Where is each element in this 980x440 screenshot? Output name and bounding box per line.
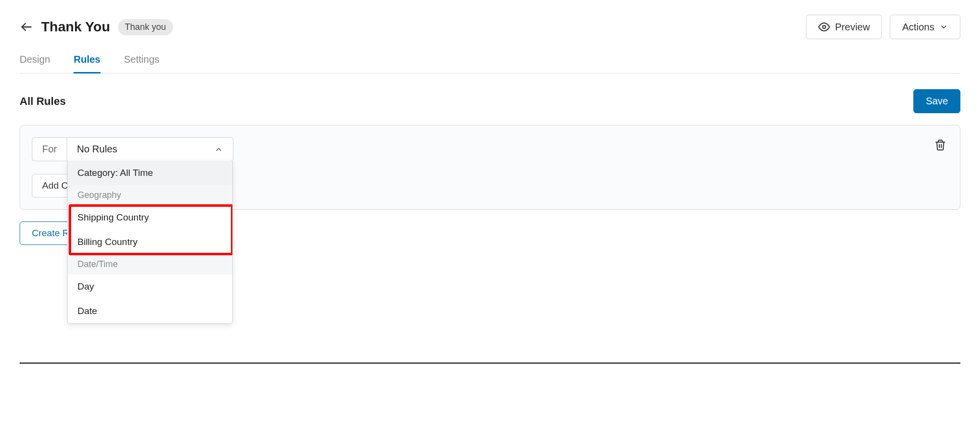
for-group: For No Rules Category: All Time Geograph…: [32, 137, 233, 161]
rule-top-row: For No Rules Category: All Time Geograph…: [32, 137, 948, 161]
eye-icon: [818, 21, 830, 33]
page-type-badge: Thank you: [118, 19, 173, 35]
dropdown-item-date[interactable]: Date: [68, 299, 232, 323]
header-left: Thank You Thank you: [20, 19, 173, 35]
dropdown-panel: Category: All Time Geography Shipping Co…: [67, 161, 233, 324]
for-label: For: [32, 137, 67, 161]
page-title: Thank You: [41, 19, 110, 35]
back-button[interactable]: [20, 20, 33, 34]
arrow-left-icon: [20, 20, 33, 34]
dropdown-item-day[interactable]: Day: [68, 274, 232, 299]
delete-rule-button[interactable]: [932, 137, 948, 155]
actions-label: Actions: [902, 22, 934, 33]
tab-bar: Design Rules Settings: [20, 54, 960, 73]
section-title: All Rules: [20, 95, 66, 108]
page-header: Thank You Thank you Preview Actions: [20, 15, 960, 39]
dropdown-item-shipping-country[interactable]: Shipping Country: [68, 205, 232, 230]
actions-button[interactable]: Actions: [890, 15, 960, 39]
save-button[interactable]: Save: [913, 89, 960, 113]
dropdown-group-datetime: Date/Time: [68, 254, 232, 274]
preview-button[interactable]: Preview: [806, 15, 882, 39]
select-display[interactable]: No Rules: [67, 138, 233, 161]
bottom-divider: [20, 363, 960, 364]
rule-card: For No Rules Category: All Time Geograph…: [20, 125, 960, 210]
select-value: No Rules: [77, 144, 117, 155]
chevron-down-icon: [939, 23, 948, 31]
tab-settings[interactable]: Settings: [124, 54, 159, 73]
dropdown-group-geography: Geography: [68, 185, 232, 205]
rule-type-select[interactable]: No Rules Category: All Time Geography Sh…: [67, 137, 233, 161]
dropdown-item-category-all-time[interactable]: Category: All Time: [68, 161, 232, 185]
tab-rules[interactable]: Rules: [74, 54, 100, 73]
section-header: All Rules Save: [20, 89, 960, 113]
trash-icon: [934, 139, 946, 151]
chevron-up-icon: [214, 145, 223, 154]
dropdown-item-billing-country[interactable]: Billing Country: [68, 230, 232, 254]
tab-design[interactable]: Design: [20, 54, 50, 73]
preview-label: Preview: [835, 22, 870, 33]
svg-point-1: [823, 25, 826, 28]
header-actions: Preview Actions: [806, 15, 960, 39]
geography-group-items: Shipping Country Billing Country: [68, 205, 232, 254]
